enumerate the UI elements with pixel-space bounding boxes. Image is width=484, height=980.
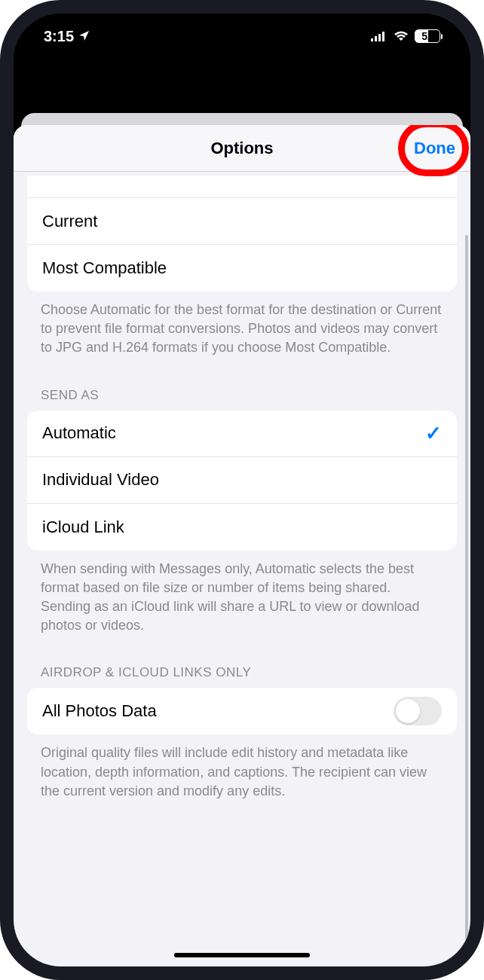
battery-level: 52 xyxy=(421,30,433,42)
send-as-row-icloud-link[interactable]: iCloud Link xyxy=(27,504,457,551)
all-photos-data-toggle[interactable] xyxy=(394,697,442,725)
airdrop-list: All Photos Data xyxy=(27,688,457,734)
phone-screen: 3:15 52 Options Done xyxy=(14,14,470,966)
send-as-row-individual-video[interactable]: Individual Video xyxy=(27,457,457,504)
row-label: Automatic xyxy=(42,423,116,443)
phone-frame: 3:15 52 Options Done xyxy=(0,0,484,980)
scrollbar[interactable] xyxy=(465,235,468,966)
modal-backdrop: Options Done Automatic ✓ Curren xyxy=(14,59,470,966)
status-time: 3:15 xyxy=(44,28,74,45)
page-title: Options xyxy=(210,139,273,158)
row-label: Individual Video xyxy=(42,470,159,490)
wifi-icon xyxy=(394,28,409,45)
send-as-row-automatic[interactable]: Automatic ✓ xyxy=(27,411,457,457)
svg-rect-1 xyxy=(375,36,377,41)
format-row-most-compatible[interactable]: Most Compatible xyxy=(27,245,457,292)
format-footer: Choose Automatic for the best format for… xyxy=(27,292,457,358)
cellular-signal-icon xyxy=(371,28,388,45)
scroll-area[interactable]: Automatic ✓ Current Most Compatible Choo… xyxy=(14,172,470,966)
airdrop-header: AIRDROP & ICLOUD LINKS ONLY xyxy=(27,640,457,688)
row-label: Current xyxy=(42,212,97,231)
toggle-knob xyxy=(396,699,420,723)
send-as-footer: When sending with Messages only, Automat… xyxy=(27,551,457,636)
format-row-automatic[interactable]: Automatic ✓ xyxy=(27,176,457,198)
format-list: Automatic ✓ Current Most Compatible xyxy=(27,176,457,292)
checkmark-icon: ✓ xyxy=(425,176,442,181)
send-as-group: SEND AS Automatic ✓ Individual Video iCl… xyxy=(27,362,457,636)
send-as-header: SEND AS xyxy=(27,362,457,411)
battery-icon: 52 xyxy=(415,29,440,43)
home-indicator[interactable] xyxy=(174,953,310,957)
airdrop-group: AIRDROP & ICLOUD LINKS ONLY All Photos D… xyxy=(27,640,457,801)
svg-rect-0 xyxy=(371,38,373,41)
svg-rect-3 xyxy=(382,32,384,41)
row-label: All Photos Data xyxy=(42,701,157,721)
airdrop-row-all-photos-data[interactable]: All Photos Data xyxy=(27,688,457,734)
nav-bar: Options Done xyxy=(14,125,470,172)
format-row-current[interactable]: Current xyxy=(27,198,457,245)
airdrop-footer: Original quality files will include edit… xyxy=(27,734,457,801)
format-group: Automatic ✓ Current Most Compatible Choo… xyxy=(27,176,457,358)
done-button[interactable]: Done xyxy=(414,139,455,158)
location-arrow-icon xyxy=(78,28,90,45)
send-as-list: Automatic ✓ Individual Video iCloud Link xyxy=(27,411,457,551)
options-sheet: Options Done Automatic ✓ Curren xyxy=(14,125,470,966)
checkmark-icon: ✓ xyxy=(425,422,442,445)
dynamic-island xyxy=(185,24,299,56)
svg-rect-2 xyxy=(378,34,381,41)
row-label: iCloud Link xyxy=(42,517,124,537)
row-label: Most Compatible xyxy=(42,258,167,278)
